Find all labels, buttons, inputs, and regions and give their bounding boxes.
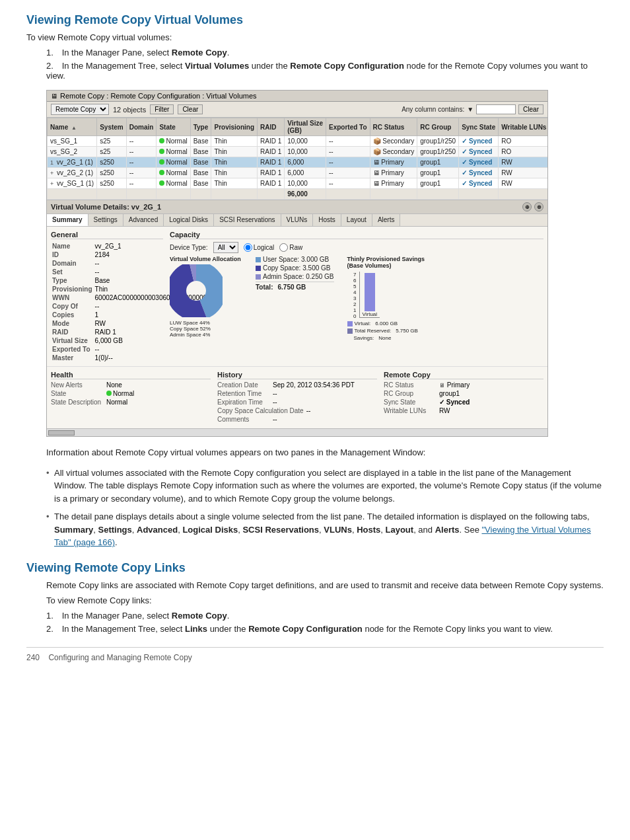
td-state: Normal	[157, 157, 190, 168]
history-retention-label: Retention Time	[217, 390, 270, 397]
tab-hosts[interactable]: Hosts	[313, 214, 341, 226]
th-raid[interactable]: RAID	[258, 118, 285, 136]
tab-settings[interactable]: Settings	[88, 214, 123, 226]
bar-legend-reserved-text: Total Reserved:	[355, 328, 392, 334]
legend-admin: Admin Space: 0.250 GB	[256, 273, 334, 280]
table-row[interactable]: 1 vv_2G_1 (1) s250 -- Normal Base Thin R…	[48, 157, 548, 168]
td-exported: --	[326, 178, 370, 189]
health-state-dot	[106, 391, 112, 396]
sync-check: ✓ Synced	[462, 148, 492, 155]
general-field-label: Copies	[51, 311, 94, 319]
ss-filter-btn[interactable]: Filter	[150, 104, 174, 114]
legend-copy-label: Copy Space:	[263, 264, 300, 272]
td-type: Base	[190, 178, 211, 189]
info-paragraph-1: Information about Remote Copy virtual vo…	[46, 446, 604, 460]
tab-layout[interactable]: Layout	[341, 214, 372, 226]
tab-summary[interactable]: Summary	[47, 214, 88, 226]
table-row[interactable]: vs_SG_2 s25 -- Normal Base Thin RAID 1 1…	[48, 147, 548, 157]
th-system[interactable]: System	[97, 118, 127, 136]
general-field-label: RAID	[51, 328, 94, 336]
legend-copy-dot	[256, 266, 261, 271]
th-vsize[interactable]: Virtual Size(GB)	[285, 118, 326, 136]
radio-raw-label[interactable]: Raw	[279, 243, 302, 252]
tab-vluns[interactable]: VLUNs	[281, 214, 314, 226]
ss-window-icon: 🖥	[51, 93, 57, 100]
th-rc-group[interactable]: RC Group	[417, 118, 459, 136]
state-dot	[159, 138, 164, 143]
th-type[interactable]: Type	[190, 118, 211, 136]
legend-total: Total: 6.750 GB	[256, 282, 334, 291]
td-provisioning: Thin	[211, 157, 258, 168]
state-dot	[159, 180, 164, 186]
tab-logical-disks[interactable]: Logical Disks	[164, 214, 214, 226]
table-row[interactable]: + vv_SG_1 (1) s250 -- Normal Base Thin R…	[48, 178, 548, 189]
device-type-select[interactable]: All	[213, 242, 238, 253]
detail-capacity-section: Capacity Device Type: All Logical Raw	[170, 231, 543, 362]
ss-table-wrap: Name ▲ System Domain State Type Provisio…	[47, 118, 547, 200]
expand-icon[interactable]: +	[50, 170, 53, 176]
th-writable[interactable]: Writable LUNs	[499, 118, 547, 136]
scrollbar-thumb[interactable]	[48, 430, 75, 436]
radio-logical-label[interactable]: Logical	[244, 243, 275, 252]
detail-header-icons: ⊕ ⊗	[522, 202, 543, 211]
th-state[interactable]: State	[157, 118, 190, 136]
td-domain: --	[126, 157, 157, 168]
general-title: General	[51, 231, 163, 239]
detail-expand-btn[interactable]: ⊕	[522, 202, 532, 211]
bar-legend-savings-val: None	[378, 335, 391, 341]
td-vsize: 6,000	[285, 168, 326, 178]
detail-collapse-btn[interactable]: ⊗	[534, 202, 543, 211]
td-exported: --	[326, 168, 370, 178]
legend-total-value: 6.750 GB	[277, 284, 306, 291]
tab-advanced[interactable]: Advanced	[123, 214, 164, 226]
bar-chart-legend: Virtual: 6.000 GB Total Reserved: 5.750 …	[347, 321, 427, 341]
legend-user-value: 3.000 GB	[301, 256, 329, 263]
general-field-label: Name	[51, 242, 94, 250]
ss-clear-btn[interactable]: Clear	[178, 104, 203, 114]
th-name[interactable]: Name ▲	[48, 118, 97, 136]
th-sync[interactable]: Sync State	[459, 118, 499, 136]
th-rc-status[interactable]: RC Status	[370, 118, 417, 136]
expand-icon[interactable]: +	[50, 180, 53, 187]
radio-logical[interactable]	[244, 243, 252, 252]
tab-alerts[interactable]: Alerts	[372, 214, 401, 226]
rc-title: Remote Copy	[384, 371, 543, 379]
health-alerts-value: None	[106, 381, 122, 389]
expand-icon[interactable]: 1	[50, 159, 53, 166]
detail-scrollbar[interactable]	[47, 428, 547, 436]
radio-raw[interactable]	[279, 243, 288, 252]
step-1: 1. In the Manager Pane, select Remote Co…	[46, 48, 604, 57]
td-sync: ✓ Synced	[459, 157, 499, 168]
detail-header-text: Virtual Volume Details: vv_2G_1	[51, 203, 161, 211]
cap-charts: Virtual Volume Allocation LUW Space 44%	[170, 256, 543, 342]
health-state-desc-value: Normal	[106, 399, 127, 406]
screenshot-box: 🖥 Remote Copy : Remote Copy Configuratio…	[46, 90, 548, 437]
bullets-list: All virtual volumes associated with the …	[46, 467, 604, 549]
ss-filter-dropdown-icon[interactable]: ▼	[467, 106, 473, 113]
bar-legend-virtual-val: 6.000 GB	[375, 321, 398, 326]
legend-admin-label: Admin Space:	[263, 273, 304, 280]
ss-titlebar: 🖥 Remote Copy : Remote Copy Configuratio…	[47, 91, 547, 102]
rc-sync-row: Sync State ✓ Synced	[384, 399, 543, 406]
history-retention: Retention Time --	[217, 390, 377, 397]
table-row[interactable]: vs_SG_1 s25 -- Normal Base Thin RAID 1 1…	[48, 136, 548, 147]
td-writable: RW	[499, 178, 547, 189]
ss-clear-right-btn[interactable]: Clear	[518, 104, 543, 114]
th-exported[interactable]: Exported To	[326, 118, 370, 136]
th-provisioning[interactable]: Provisioning	[211, 118, 258, 136]
table-row[interactable]: + vv_2G_2 (1) s250 -- Normal Base Thin R…	[48, 168, 548, 178]
history-comments-label: Comments	[217, 416, 270, 423]
legend-copy-value: 3.500 GB	[302, 264, 330, 272]
td-rc-group: group1	[417, 168, 459, 178]
ss-toolbar[interactable]: Remote Copy 12 objects Filter Clear Any …	[47, 102, 547, 118]
history-creation-value: Sep 20, 2012 03:54:36 PDT	[273, 381, 355, 389]
device-type-label: Device Type:	[170, 244, 208, 251]
bar-legend-reserved-val: 5.750 GB	[396, 328, 418, 334]
th-domain[interactable]: Domain	[126, 118, 157, 136]
td-raid: RAID 1	[258, 147, 285, 157]
ss-remote-copy-select[interactable]: Remote Copy	[51, 104, 109, 115]
vvol-tab-link[interactable]: "Viewing the Virtual Volumes Tab" (page …	[54, 525, 591, 548]
legend-admin-value: 0.250 GB	[306, 273, 333, 280]
ss-filter-input[interactable]	[476, 104, 516, 114]
tab-scsi[interactable]: SCSI Reservations	[214, 214, 281, 226]
